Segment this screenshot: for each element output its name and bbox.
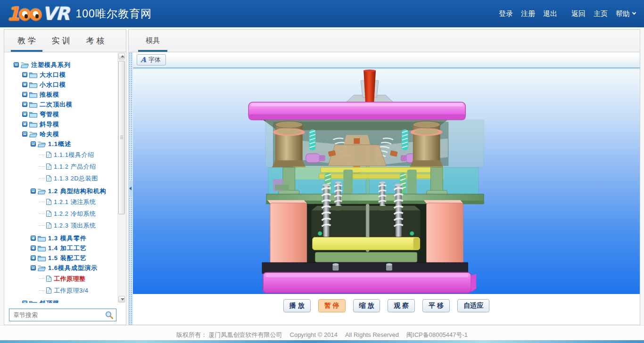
expand-icon[interactable] [31, 255, 36, 261]
nav-link-帮助[interactable]: 帮助 [616, 9, 636, 18]
expand-icon[interactable] [22, 102, 27, 107]
collapse-icon[interactable] [31, 141, 36, 147]
expand-icon[interactable] [22, 112, 27, 117]
tree-item[interactable]: 斜导模 [4, 119, 117, 129]
tree-connector [39, 225, 45, 226]
collapse-icon[interactable] [31, 188, 36, 194]
viewer-controls: 播 放暂 停缩 放观 察平 移自适应 [133, 294, 640, 325]
tree-item[interactable]: 1.2.3 顶出系统 [4, 220, 117, 231]
tree-item[interactable]: 1.2.2 冷却系统 [4, 208, 117, 220]
sidebar-tab[interactable]: 实 训 [49, 30, 73, 52]
tree-item[interactable]: 1.1.3 2D总装图 [4, 172, 117, 184]
expand-icon[interactable] [22, 82, 27, 87]
course-tree: 注塑模具系列大水口模小水口模推板模二次顶出模弯管模斜导模哈夫模1.1概述1.1.… [4, 52, 117, 303]
copyright-segment: All Rights Reserved [345, 331, 399, 338]
tree-item[interactable]: 工作原理整 [4, 273, 117, 285]
collapse-arrow-icon[interactable] [129, 180, 132, 196]
copyright-segment: 闽ICP备08005447号-1 [406, 331, 468, 338]
tree-connector [39, 202, 45, 202]
collapse-icon[interactable] [14, 62, 19, 67]
search-icon[interactable] [105, 310, 114, 319]
tree-item-label: 小水口模 [40, 81, 66, 89]
folder-closed-icon [29, 72, 37, 78]
tree-item[interactable]: 1.4 加工工艺 [4, 243, 117, 253]
scrollbar-thumb[interactable] [118, 61, 125, 214]
nav-link-返回[interactable]: 返回 [571, 9, 586, 18]
tree-item[interactable]: 大水口模 [4, 70, 117, 80]
collapse-icon[interactable] [22, 131, 27, 137]
folder-open-icon [38, 188, 46, 195]
tree-scrollbar[interactable] [117, 53, 125, 302]
tree-item-label: 推板模 [40, 90, 59, 99]
tree-item-label: 1.1.2 产品介绍 [54, 163, 96, 171]
collapse-icon[interactable] [31, 265, 36, 270]
tree-item[interactable]: 1.1.1模具介绍 [4, 149, 117, 161]
control-button-自适应[interactable]: 自适应 [457, 299, 489, 312]
tree-item[interactable]: 1.2 典型结构和机构 [4, 186, 117, 196]
control-button-暂停[interactable]: 暂 停 [318, 299, 346, 312]
tree-item[interactable]: 1.1概述 [4, 139, 117, 149]
tab-mold[interactable]: 模具 [138, 30, 167, 52]
tree-item-label: 1.1.1模具介绍 [54, 151, 94, 159]
tree-item[interactable]: 1.3 模具零件 [4, 233, 117, 243]
tree-item-label: 1.2.3 顶出系统 [54, 221, 96, 230]
tree-item[interactable]: 推板模 [4, 90, 117, 99]
font-button[interactable]: A 字体 [137, 54, 166, 65]
tree-item[interactable]: 小水口模 [4, 80, 117, 90]
folder-closed-icon [29, 101, 37, 108]
doc-icon [46, 222, 51, 229]
tree-item[interactable]: 注塑模具系列 [4, 60, 117, 70]
model-viewer[interactable] [133, 68, 640, 295]
scroll-down-icon[interactable] [118, 296, 125, 302]
tree-item[interactable]: 1.1.2 产品介绍 [4, 161, 117, 172]
nav-link-主页[interactable]: 主页 [594, 9, 608, 18]
expand-icon[interactable] [31, 245, 36, 251]
doc-icon [46, 287, 51, 294]
expand-icon[interactable] [22, 92, 27, 97]
control-button-平移[interactable]: 平 移 [422, 299, 450, 312]
font-button-label: 字体 [149, 56, 161, 64]
nav-link-退出[interactable]: 退出 [543, 9, 557, 18]
logo-digit: 1 [7, 3, 19, 24]
tree-item-label: 二次顶出模 [40, 100, 73, 109]
tree-connector [39, 278, 45, 279]
control-button-播放[interactable]: 播 放 [283, 299, 311, 312]
scroll-up-icon[interactable] [118, 53, 125, 59]
logo-eye-icon [30, 8, 41, 20]
tree-item-label: 大水口模 [40, 71, 66, 79]
tree-item[interactable]: 弯管模 [4, 109, 117, 119]
control-button-缩放[interactable]: 缩 放 [353, 299, 380, 312]
folder-closed-icon [29, 91, 37, 98]
nav-link-登录[interactable]: 登录 [499, 9, 513, 18]
sidebar-tabbar: 教 学实 训考 核 [4, 30, 126, 52]
folder-open-icon [29, 131, 37, 138]
course-tree-wrap: 注塑模具系列大水口模小水口模推板模二次顶出模弯管模斜导模哈夫模1.1概述1.1.… [4, 52, 126, 303]
tree-item[interactable]: 哈夫模 [4, 129, 117, 139]
nav-link-注册[interactable]: 注册 [521, 9, 535, 18]
mold-3d-model [133, 69, 640, 295]
control-button-观察[interactable]: 观 察 [388, 299, 415, 312]
tree-item-label: 1.2.1 浇注系统 [54, 198, 96, 206]
footer-accent-strip [0, 340, 644, 343]
expand-icon[interactable] [22, 122, 27, 127]
tree-item[interactable]: 1.2.1 浇注系统 [4, 196, 117, 208]
tree-item[interactable]: 工作原理3/4 [4, 285, 117, 296]
page-footer: 版权所有： 厦门凤凰创壹软件有限公司Copyright © 2014All Ri… [0, 325, 644, 343]
copyright-text: 版权所有： 厦门凤凰创壹软件有限公司Copyright © 2014All Ri… [0, 326, 644, 339]
tree-item[interactable]: 1.5 装配工艺 [4, 253, 117, 263]
content-tabbar: 模具 [129, 30, 640, 52]
search-input[interactable] [9, 311, 105, 318]
tree-item[interactable]: 二次顶出模 [4, 99, 117, 109]
brand: 1 VR 100唯尔教育网 [7, 3, 152, 24]
tree-item-label: 1.4 加工工艺 [48, 244, 87, 253]
panel-splitter[interactable] [129, 52, 133, 325]
expand-icon[interactable] [22, 72, 27, 77]
sidebar-tab[interactable]: 考 核 [83, 30, 107, 52]
sidebar-tab[interactable]: 教 学 [15, 30, 39, 52]
expand-icon[interactable] [31, 236, 36, 241]
tree-item[interactable]: 1.6模具成型演示 [4, 263, 117, 273]
expand-icon[interactable] [22, 301, 27, 303]
tree-item[interactable]: 斜顶模 [4, 298, 117, 303]
tree-item-label: 1.6模具成型演示 [48, 264, 98, 272]
tree-connector [39, 178, 45, 179]
